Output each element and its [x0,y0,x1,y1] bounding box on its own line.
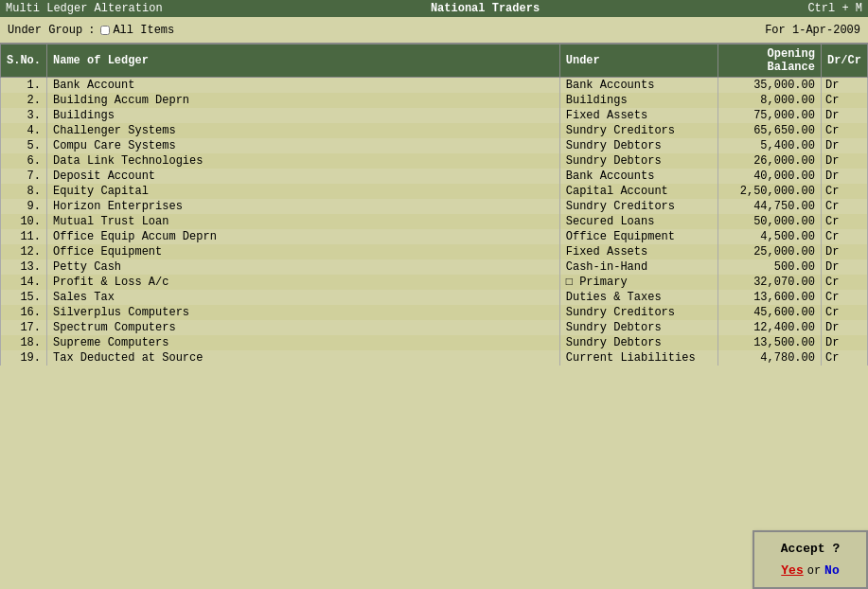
cell-name: Profit & Loss A/c [47,275,560,290]
date-label: For 1-Apr-2009 [765,24,860,37]
cell-balance: 32,070.00 [717,275,821,290]
cell-balance: 2,50,000.00 [717,184,821,199]
accept-yes-button[interactable]: Yes [781,563,803,578]
table-row[interactable]: 17.Spectrum ComputersSundry Debtors12,40… [1,320,868,335]
cell-sno: 11. [1,229,47,244]
cell-name: Equity Capital [47,184,560,199]
cell-drcp: Dr [821,169,867,184]
cell-balance: 40,000.00 [717,169,821,184]
table-row[interactable]: 10.Mutual Trust LoanSecured Loans50,000.… [1,214,868,229]
table-row[interactable]: 14.Profit & Loss A/c□ Primary32,070.00Cr [1,275,868,290]
cell-under: Sundry Debtors [559,335,717,350]
cell-sno: 10. [1,214,47,229]
table-container: S.No. Name of Ledger Under Opening Balan… [0,44,868,589]
table-row[interactable]: 12.Office EquipmentFixed Assets25,000.00… [1,244,868,259]
table-body: 1.Bank AccountBank Accounts35,000.00Dr2.… [1,78,868,366]
cell-under: Secured Loans [559,214,717,229]
col-header-drcp: Dr/Cr [821,45,867,78]
cell-under: Office Equipment [559,229,717,244]
cell-drcp: Cr [821,123,867,138]
cell-balance: 12,400.00 [717,320,821,335]
cell-balance: 75,000.00 [717,108,821,123]
cell-sno: 12. [1,244,47,259]
cell-under: Sundry Creditors [559,123,717,138]
table-row[interactable]: 1.Bank AccountBank Accounts35,000.00Dr [1,78,868,94]
cell-balance: 4,500.00 [717,229,821,244]
cell-sno: 14. [1,275,47,290]
cell-drcp: Dr [821,78,867,94]
col-header-balance: Opening Balance [717,45,821,78]
cell-under: Buildings [559,93,717,108]
table-header-row: S.No. Name of Ledger Under Opening Balan… [1,45,868,78]
cell-sno: 19. [1,350,47,366]
cell-sno: 3. [1,108,47,123]
cell-sno: 6. [1,153,47,169]
cell-name: Supreme Computers [47,335,560,350]
cell-name: Mutual Trust Loan [47,214,560,229]
cell-sno: 4. [1,123,47,138]
cell-sno: 7. [1,169,47,184]
table-row[interactable]: 5.Compu Care SystemsSundry Debtors5,400.… [1,138,868,153]
all-items-checkbox-wrapper[interactable]: All Items [100,24,174,37]
cell-under: Fixed Assets [559,108,717,123]
cell-drcp: Dr [821,335,867,350]
accept-dialog: Accept ? Yes or No [753,530,868,589]
cell-drcp: Cr [821,305,867,320]
colon-separator: : [88,24,95,37]
table-row[interactable]: 19.Tax Deducted at SourceCurrent Liabili… [1,350,868,366]
accept-or-text: or [807,564,821,578]
cell-sno: 15. [1,290,47,305]
table-row[interactable]: 9.Horizon EnterprisesSundry Creditors44,… [1,199,868,214]
cell-name: Petty Cash [47,259,560,275]
ledger-table: S.No. Name of Ledger Under Opening Balan… [0,44,868,366]
table-row[interactable]: 13.Petty CashCash-in-Hand500.00Dr [1,259,868,275]
table-row[interactable]: 18.Supreme ComputersSundry Debtors13,500… [1,335,868,350]
cell-under: Bank Accounts [559,169,717,184]
table-row[interactable]: 6.Data Link TechnologiesSundry Debtors26… [1,153,868,169]
cell-name: Deposit Account [47,169,560,184]
cell-drcp: Dr [821,244,867,259]
cell-drcp: Dr [821,320,867,335]
cell-name: Tax Deducted at Source [47,350,560,366]
table-row[interactable]: 15.Sales TaxDuties & Taxes13,600.00Cr [1,290,868,305]
accept-no-button[interactable]: No [824,563,840,578]
table-row[interactable]: 3.BuildingsFixed Assets75,000.00Dr [1,108,868,123]
table-row[interactable]: 16.Silverplus ComputersSundry Creditors4… [1,305,868,320]
cell-under: Cash-in-Hand [559,259,717,275]
cell-under: Sundry Debtors [559,153,717,169]
shortcut-hint: Ctrl + M [807,2,862,15]
table-row[interactable]: 7.Deposit AccountBank Accounts40,000.00D… [1,169,868,184]
table-row[interactable]: 8.Equity CapitalCapital Account2,50,000.… [1,184,868,199]
col-header-name: Name of Ledger [47,45,560,78]
cell-sno: 17. [1,320,47,335]
cell-name: Bank Account [47,78,560,94]
cell-balance: 50,000.00 [717,214,821,229]
cell-balance: 65,650.00 [717,123,821,138]
all-items-label: All Items [113,24,174,37]
accept-label: Accept ? [766,542,855,556]
cell-name: Horizon Enterprises [47,199,560,214]
cell-sno: 9. [1,199,47,214]
cell-name: Spectrum Computers [47,320,560,335]
cell-drcp: Cr [821,229,867,244]
cell-drcp: Dr [821,259,867,275]
cell-under: Sundry Debtors [559,138,717,153]
cell-name: Sales Tax [47,290,560,305]
under-group-section: Under Group : All Items [8,24,174,37]
cell-drcp: Cr [821,290,867,305]
all-items-checkbox[interactable] [100,26,110,35]
cell-drcp: Cr [821,199,867,214]
cell-drcp: Cr [821,93,867,108]
sub-header: Under Group : All Items For 1-Apr-2009 [0,17,868,44]
cell-balance: 45,600.00 [717,305,821,320]
table-row[interactable]: 2.Building Accum DeprnBuildings8,000.00C… [1,93,868,108]
cell-under: Sundry Debtors [559,320,717,335]
table-row[interactable]: 4.Challenger SystemsSundry Creditors65,6… [1,123,868,138]
table-row[interactable]: 11.Office Equip Accum DeprnOffice Equipm… [1,229,868,244]
cell-balance: 5,400.00 [717,138,821,153]
cell-drcp: Dr [821,138,867,153]
cell-under: Bank Accounts [559,78,717,94]
company-name: National Traders [431,2,540,15]
cell-name: Data Link Technologies [47,153,560,169]
cell-balance: 4,780.00 [717,350,821,366]
